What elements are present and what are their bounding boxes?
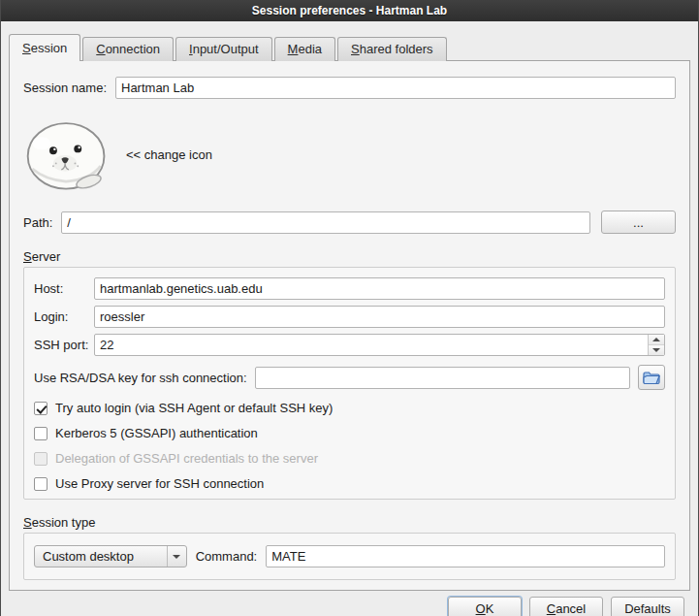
server-group-title: Server bbox=[23, 249, 60, 264]
checkbox-row-proxy[interactable]: Use Proxy server for SSH connection bbox=[34, 476, 665, 491]
rsa-key-input[interactable] bbox=[255, 367, 630, 389]
command-label: Command: bbox=[196, 549, 258, 564]
ssh-port-input[interactable] bbox=[94, 334, 665, 356]
seal-mascot-icon bbox=[23, 115, 111, 193]
auto-login-label: Try auto login (via SSH Agent or default… bbox=[55, 401, 333, 415]
defaults-button-label: Defaults bbox=[624, 601, 671, 616]
titlebar[interactable]: Session preferences - Hartman Lab bbox=[1, 0, 698, 21]
proxy-label: Use Proxy server for SSH connection bbox=[55, 476, 264, 491]
tab-shared-folders[interactable]: Shared folders bbox=[337, 37, 447, 61]
checkbox-row-auto-login[interactable]: Try auto login (via SSH Agent or default… bbox=[34, 401, 665, 415]
kerberos-checkbox[interactable] bbox=[34, 427, 48, 440]
ssh-port-label: SSH port: bbox=[34, 338, 94, 352]
checkbox-row-gssapi-delegation: Delegation of GSSAPI credentials to the … bbox=[34, 451, 665, 466]
tab-media[interactable]: Media bbox=[274, 37, 335, 61]
tab-session-label: Session bbox=[22, 41, 67, 55]
spinner-down-icon[interactable] bbox=[649, 345, 664, 355]
ok-button[interactable]: OK bbox=[448, 597, 522, 616]
session-tab-page: Session name: bbox=[9, 60, 690, 591]
login-input[interactable] bbox=[94, 306, 665, 328]
spinner-up-icon[interactable] bbox=[649, 335, 664, 345]
session-icon-button[interactable] bbox=[23, 115, 111, 193]
tab-input-output[interactable]: Input/Output bbox=[175, 37, 272, 61]
gssapi-delegation-checkbox bbox=[34, 452, 48, 466]
auto-login-checkbox[interactable] bbox=[34, 402, 48, 415]
tab-connection-label: Connection bbox=[96, 42, 160, 56]
session-type-dropdown[interactable]: Custom desktop bbox=[34, 545, 187, 567]
browse-path-button[interactable]: ... bbox=[601, 211, 676, 234]
tab-input-output-label: Input/Output bbox=[189, 42, 259, 56]
session-name-label: Session name: bbox=[23, 81, 107, 95]
host-label: Host: bbox=[34, 281, 94, 296]
kerberos-label: Kerberos 5 (GSSAPI) authentication bbox=[55, 426, 258, 440]
path-input[interactable] bbox=[61, 211, 590, 234]
host-input[interactable] bbox=[94, 277, 665, 300]
tab-connection[interactable]: Connection bbox=[82, 37, 174, 61]
browse-key-button[interactable] bbox=[638, 365, 665, 390]
tab-shared-folders-label: Shared folders bbox=[351, 42, 433, 56]
change-icon-label: << change icon bbox=[126, 147, 212, 162]
session-name-input[interactable] bbox=[115, 77, 676, 99]
tab-media-label: Media bbox=[288, 42, 322, 56]
ok-button-label: OK bbox=[476, 601, 494, 616]
chevron-down-icon bbox=[167, 546, 186, 567]
dialog-footer: OK Cancel Defaults bbox=[1, 591, 698, 616]
window-title: Session preferences - Hartman Lab bbox=[252, 4, 447, 17]
path-label: Path: bbox=[23, 215, 52, 230]
session-type-dropdown-value: Custom desktop bbox=[43, 549, 134, 564]
session-preferences-dialog: Session preferences - Hartman Lab Sessio… bbox=[0, 0, 699, 616]
cancel-button-label: Cancel bbox=[547, 601, 586, 616]
command-input[interactable] bbox=[266, 545, 665, 567]
session-type-group-title: Session type bbox=[23, 515, 95, 530]
rsa-key-label: Use RSA/DSA key for ssh connection: bbox=[34, 371, 247, 385]
proxy-checkbox[interactable] bbox=[34, 477, 48, 491]
ssh-port-spinner bbox=[94, 334, 665, 356]
folder-icon bbox=[643, 371, 660, 385]
cancel-button[interactable]: Cancel bbox=[529, 597, 603, 616]
login-label: Login: bbox=[34, 309, 94, 324]
tab-bar: Session Connection Input/Output Media Sh… bbox=[1, 21, 698, 60]
server-group: Server Host: Login: SSH port: bbox=[23, 249, 676, 500]
tab-session[interactable]: Session bbox=[9, 34, 80, 61]
gssapi-delegation-label: Delegation of GSSAPI credentials to the … bbox=[55, 451, 318, 466]
session-type-group: Session type Custom desktop Command: bbox=[23, 515, 676, 580]
checkbox-row-kerberos[interactable]: Kerberos 5 (GSSAPI) authentication bbox=[34, 426, 665, 440]
defaults-button[interactable]: Defaults bbox=[611, 597, 684, 616]
